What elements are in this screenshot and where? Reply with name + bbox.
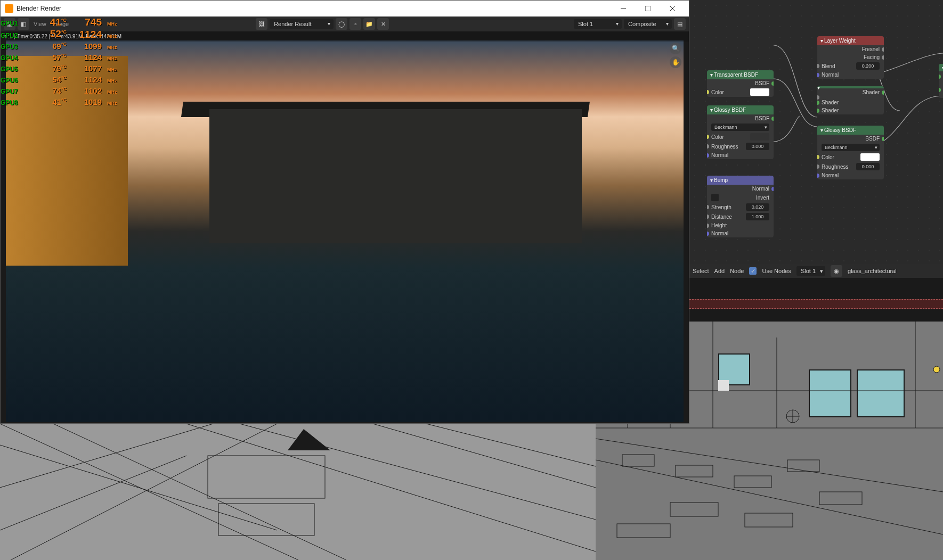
node-output-bsdf[interactable]: BSDF xyxy=(817,135,884,143)
node-bump[interactable]: Bump Normal Invert Strength0.020 Distanc… xyxy=(707,176,774,237)
gpu-stat-row: GPU579°C1077MHz xyxy=(1,63,117,74)
gpu-clock: 1124 xyxy=(72,76,102,84)
maximize-button[interactable] xyxy=(636,1,660,17)
svg-rect-20 xyxy=(622,455,654,466)
material-icon[interactable]: ◉ xyxy=(831,265,842,277)
image-icon[interactable]: 🖼 xyxy=(256,18,267,30)
node-input-height[interactable]: Height xyxy=(707,221,774,229)
fake-user-icon[interactable]: ◯ xyxy=(336,18,347,30)
channels-icon[interactable]: ▤ xyxy=(674,18,686,30)
gpu-monitor-overlay: GPU141°C745MHzGPU252°C1124MHzGPU369°C109… xyxy=(1,17,117,108)
gpu-stat-row: GPU369°C1099MHz xyxy=(1,40,117,52)
svg-rect-32 xyxy=(718,380,729,391)
gpu-name: GPU2 xyxy=(1,32,27,40)
color-swatch[interactable] xyxy=(860,153,880,161)
timeline-panel[interactable] xyxy=(689,278,943,322)
node-output-fresnel[interactable]: Fresnel xyxy=(817,45,884,53)
svg-line-28 xyxy=(596,439,943,492)
gpu-name: GPU5 xyxy=(1,65,27,73)
node-output-facing[interactable]: Facing xyxy=(817,53,884,61)
node-distribution[interactable]: Beckmann xyxy=(707,122,774,132)
svg-rect-21 xyxy=(676,465,713,477)
color-swatch[interactable] xyxy=(750,133,769,141)
node-editor-panel[interactable]: Layer Weight Fresnel Facing Blend0.200 N… xyxy=(689,0,943,278)
svg-rect-38 xyxy=(645,6,651,11)
wireframe-viewport-left[interactable] xyxy=(0,424,596,560)
svg-line-1 xyxy=(0,424,298,560)
node-input-blend[interactable]: Blend0.200 xyxy=(817,61,884,71)
node-input-color[interactable]: Color xyxy=(707,132,774,142)
pan-icon[interactable]: ✋ xyxy=(670,56,681,68)
svg-line-12 xyxy=(0,456,186,530)
node-editor-header: Select Add Node ✓ Use Nodes Slot 1 ◉ gla… xyxy=(689,264,943,278)
open-image-icon[interactable]: 📁 xyxy=(363,18,375,30)
node-output-shader[interactable]: Shader xyxy=(817,88,884,96)
minimize-button[interactable] xyxy=(611,1,636,17)
node-partial[interactable] xyxy=(939,64,943,98)
dropdown-image[interactable]: Render Result xyxy=(270,19,334,29)
zoom-icon[interactable]: 🔍 xyxy=(670,43,681,54)
svg-rect-23 xyxy=(787,460,819,472)
svg-rect-27 xyxy=(819,492,862,505)
new-image-icon[interactable]: ▫ xyxy=(349,18,361,30)
material-name[interactable]: glass_architectural xyxy=(848,268,897,274)
gpu-stat-row: GPU141°C745MHz xyxy=(1,17,117,28)
node-layer-weight[interactable]: Layer Weight Fresnel Facing Blend0.200 N… xyxy=(817,36,884,79)
gpu-name: GPU7 xyxy=(1,88,27,96)
gpu-stat-row: GPU841°C1019MHz xyxy=(1,96,117,108)
gpu-temp: 41°C xyxy=(32,17,67,26)
node-glossy-bsdf-2[interactable]: Glossy BSDF BSDF Beckmann Color Roughnes… xyxy=(817,126,884,179)
node-input-strength[interactable]: Strength0.020 xyxy=(707,202,774,212)
dropdown-layer[interactable]: Composite xyxy=(624,19,672,29)
gpu-temp: 54°C xyxy=(32,74,67,84)
node-input-normal[interactable]: Normal xyxy=(817,171,884,179)
dropdown-slot[interactable]: Slot 1 xyxy=(796,266,825,276)
node-input-normal[interactable]: Normal xyxy=(817,71,884,79)
dropdown-slot[interactable]: Slot 1 xyxy=(574,19,622,29)
gpu-temp: 69°C xyxy=(32,40,67,50)
node-transparent-bsdf[interactable]: Transparent BSDF BSDF Color xyxy=(707,70,774,97)
node-header[interactable]: Transparent BSDF xyxy=(707,70,774,79)
timeline-track[interactable] xyxy=(689,299,943,309)
node-input-color[interactable]: Color xyxy=(817,152,884,162)
gpu-stat-row: GPU774°C1102MHz xyxy=(1,85,117,96)
node-header[interactable]: Layer Weight xyxy=(817,36,884,45)
gpu-stat-row: GPU252°C1124MHz xyxy=(1,28,117,40)
node-distribution[interactable]: Beckmann xyxy=(817,143,884,152)
svg-line-10 xyxy=(426,424,596,466)
node-input-roughness[interactable]: Roughness0.000 xyxy=(817,162,884,171)
node-header[interactable] xyxy=(939,64,943,71)
menu-add[interactable]: Add xyxy=(714,268,725,274)
svg-rect-24 xyxy=(670,503,718,516)
gpu-name: GPU4 xyxy=(1,54,27,62)
unlink-icon[interactable]: ✕ xyxy=(377,18,389,30)
node-header[interactable]: Bump xyxy=(707,176,774,185)
svg-rect-22 xyxy=(734,476,771,488)
node-input-roughness[interactable]: Roughness0.000 xyxy=(707,142,774,151)
checkbox-use-nodes[interactable]: ✓ xyxy=(749,267,757,275)
close-button[interactable] xyxy=(660,1,685,17)
node-input-shader2[interactable]: Shader xyxy=(817,106,884,114)
node-input-color[interactable]: Color xyxy=(707,87,774,97)
blender-icon xyxy=(5,4,13,13)
node-header[interactable]: Glossy BSDF xyxy=(817,126,884,135)
node-glossy-bsdf-1[interactable]: Glossy BSDF BSDF Beckmann Color Roughnes… xyxy=(707,105,774,159)
titlebar[interactable]: Blender Render xyxy=(1,1,689,17)
menu-node[interactable]: Node xyxy=(730,268,744,274)
color-swatch[interactable] xyxy=(750,88,769,96)
node-header[interactable]: Glossy BSDF xyxy=(707,105,774,114)
render-window: Blender Render ▦ ◧ View Image 🖼 Render R… xyxy=(0,0,689,424)
node-output-bsdf[interactable]: BSDF xyxy=(707,79,774,87)
mhz-label: MHz xyxy=(107,88,117,96)
node-input-normal[interactable]: Normal xyxy=(707,151,774,159)
node-input-distance[interactable]: Distance1.000 xyxy=(707,212,774,221)
node-input-normal[interactable]: Normal xyxy=(707,229,774,237)
node-input-shader1[interactable]: Shader xyxy=(817,98,884,106)
node-mix-shader[interactable]: Shader Shader Shader xyxy=(817,86,884,114)
gpu-clock: 1099 xyxy=(72,42,102,50)
menu-select[interactable]: Select xyxy=(693,268,709,274)
node-input-invert[interactable]: Invert xyxy=(707,193,774,202)
svg-line-4 xyxy=(186,424,596,551)
node-output-bsdf[interactable]: BSDF xyxy=(707,114,774,122)
node-output-normal[interactable]: Normal xyxy=(707,185,774,193)
